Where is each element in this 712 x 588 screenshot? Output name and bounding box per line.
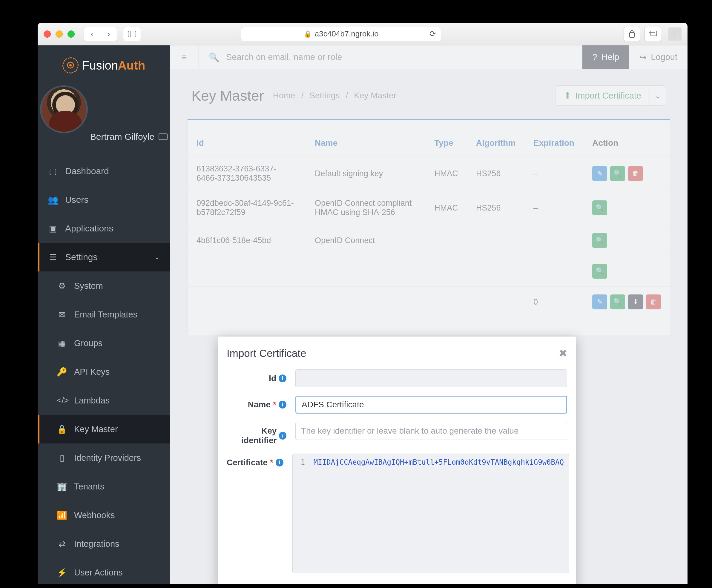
apps-icon: ▣ <box>48 224 58 233</box>
sidebar-item-users[interactable]: 👥Users <box>38 186 170 214</box>
svg-rect-5 <box>651 31 657 36</box>
search-input[interactable] <box>226 52 572 62</box>
dl-button[interactable]: ⬇ <box>628 294 643 309</box>
cell-expiration <box>524 225 583 256</box>
del-icon: 🗑 <box>632 170 639 177</box>
back-button[interactable]: ‹ <box>84 27 100 41</box>
sidebar-icon <box>128 31 136 37</box>
cell-type <box>425 256 467 287</box>
col-algorithm[interactable]: Algorithm <box>467 132 524 156</box>
cell-expiration: 0 <box>524 287 583 317</box>
sidebar-item-webhooks[interactable]: 📶Webhooks <box>38 501 170 529</box>
import-certificate-button[interactable]: ⬆ Import Certificate <box>555 85 650 106</box>
tabs-button[interactable] <box>645 27 661 41</box>
sidebar-item-dashboard[interactable]: ▢Dashboard <box>38 157 170 186</box>
upload-icon: ⬆ <box>564 90 571 101</box>
code-gutter: 1 <box>293 454 309 573</box>
browser-window: ‹ › 🔒 a3c404b7.ngrok.io ⟳ + ⦿ <box>38 23 688 584</box>
share-button[interactable] <box>624 27 640 41</box>
import-dropdown-button[interactable]: ⌄ <box>650 85 666 106</box>
avatar[interactable] <box>40 85 88 133</box>
view-button[interactable]: 🔍 <box>610 166 625 181</box>
view-icon: 🔍 <box>595 267 604 275</box>
help-icon: ? <box>592 52 597 62</box>
sidebar-item-groups[interactable]: ▦Groups <box>38 329 170 357</box>
lock-icon: 🔒 <box>57 424 67 434</box>
name-field[interactable] <box>295 396 567 414</box>
cell-id <box>188 256 306 287</box>
forward-button[interactable]: › <box>100 27 117 41</box>
del-button[interactable]: 🗑 <box>628 166 643 181</box>
sidebar-item-applications[interactable]: ▣Applications <box>38 214 170 243</box>
info-icon[interactable]: i <box>279 401 287 408</box>
col-id[interactable]: Id <box>188 132 306 156</box>
rss-icon: 📶 <box>57 510 67 520</box>
id-field[interactable] <box>295 370 567 387</box>
import-certificate-split-button: ⬆ Import Certificate ⌄ <box>555 85 666 106</box>
edit-button[interactable]: ✎ <box>592 166 607 181</box>
cell-name: OpenID Connect compliant HMAC using SHA-… <box>306 191 425 225</box>
sidebar-item-key-master[interactable]: 🔒Key Master <box>38 415 170 443</box>
edit-icon: ✎ <box>597 170 602 177</box>
view-button[interactable]: 🔍 <box>592 201 607 215</box>
minimize-window-button[interactable] <box>56 30 63 38</box>
svg-rect-0 <box>128 31 136 37</box>
cell-type: HMAC <box>425 191 467 225</box>
crumb-home[interactable]: Home <box>273 91 295 100</box>
bolt-icon: ⚡ <box>57 568 67 578</box>
col-type[interactable]: Type <box>425 132 467 156</box>
info-icon[interactable]: i <box>276 459 284 466</box>
sidebar-item-integrations[interactable]: ⇄Integrations <box>38 529 170 558</box>
maximize-window-button[interactable] <box>67 30 75 38</box>
crumb-settings[interactable]: Settings <box>309 91 340 100</box>
keys-table: Id Name Type Algorithm Expiration Action… <box>188 132 670 317</box>
cell-name <box>306 256 425 287</box>
del-button[interactable]: 🗑 <box>646 294 661 309</box>
sidebar-item-tenants[interactable]: 🏢Tenants <box>38 472 170 501</box>
view-icon: 🔍 <box>595 236 604 244</box>
sidebar-item-lambdas[interactable]: </>Lambdas <box>38 386 170 415</box>
chevron-down-icon: ⌄ <box>154 253 160 261</box>
reload-icon[interactable]: ⟳ <box>430 29 436 39</box>
view-button[interactable]: 🔍 <box>592 233 607 248</box>
building-icon: 🏢 <box>57 482 67 491</box>
new-tab-button[interactable]: + <box>668 27 682 41</box>
view-button[interactable]: 🔍 <box>610 294 625 309</box>
view-button[interactable]: 🔍 <box>592 264 607 279</box>
close-window-button[interactable] <box>44 30 51 38</box>
info-icon[interactable]: i <box>279 432 287 440</box>
key-icon: 🔑 <box>57 367 67 377</box>
crumb-current: Key Master <box>354 91 396 100</box>
cell-id: 61383632-3763-6337-6466-373130643535 <box>188 156 306 191</box>
cell-name: Default signing key <box>306 156 425 191</box>
username[interactable]: Bertram Gilfoyle <box>90 132 168 142</box>
sidebar-item-system[interactable]: ⚙System <box>38 271 170 300</box>
sidebar-item-email-templates[interactable]: ✉Email Templates <box>38 300 170 329</box>
help-link[interactable]: ?Help <box>582 45 630 69</box>
collapse-sidebar-button[interactable]: ≡ <box>170 45 198 69</box>
certificate-field[interactable]: 1 MIIDAjCCAeqgAwIBAgIQH+mBtull+5FLom0oKd… <box>292 454 569 573</box>
col-name[interactable]: Name <box>306 132 425 156</box>
edit-icon: ✎ <box>597 298 602 306</box>
cell-algorithm: HS256 <box>467 191 524 225</box>
sidebar-toggle-button[interactable] <box>123 27 141 41</box>
cell-algorithm <box>467 225 524 256</box>
groups-icon: ▦ <box>57 338 67 348</box>
sidebar-item-identity-providers[interactable]: ▯Identity Providers <box>38 443 170 472</box>
chevron-down-icon: ⌄ <box>654 91 661 101</box>
col-expiration[interactable]: Expiration <box>524 132 583 156</box>
edit-button[interactable]: ✎ <box>592 294 607 309</box>
lock-icon: 🔒 <box>304 30 312 38</box>
address-bar[interactable]: 🔒 a3c404b7.ngrok.io ⟳ <box>241 27 441 41</box>
table-row: 0✎🔍⬇🗑 <box>188 287 670 317</box>
key-identifier-field[interactable] <box>295 422 567 440</box>
col-action: Action <box>583 132 670 156</box>
brand-text: FusionAuth <box>82 59 145 72</box>
table-row: 092dbedc-30af-4149-9c61-b578f2c72f59Open… <box>188 191 670 225</box>
logout-link[interactable]: ↪Logout <box>629 45 688 69</box>
sidebar-item-user-actions[interactable]: ⚡User Actions <box>38 558 170 584</box>
modal-close-button[interactable]: ✖ <box>559 347 567 359</box>
sidebar-item-settings[interactable]: ☰Settings⌄ <box>38 243 170 271</box>
info-icon[interactable]: i <box>279 375 287 382</box>
sidebar-item-api-keys[interactable]: 🔑API Keys <box>38 357 170 386</box>
